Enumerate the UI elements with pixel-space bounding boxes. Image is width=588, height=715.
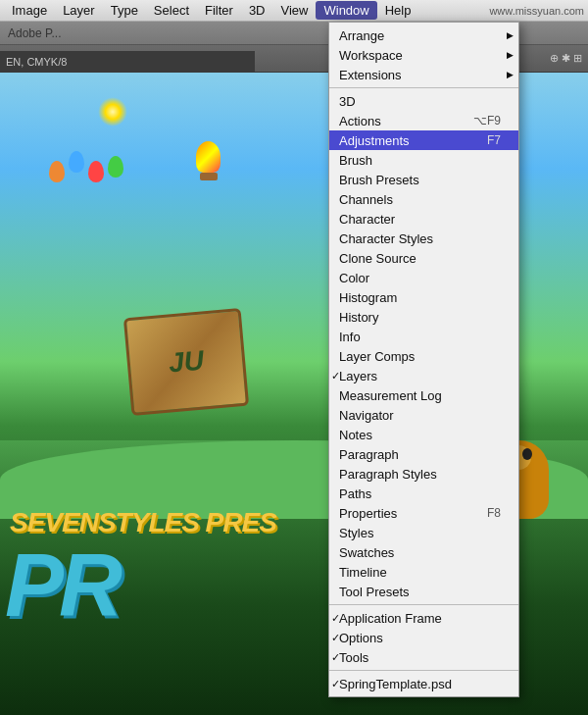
menu-item-3d[interactable]: 3D (329, 91, 518, 111)
menu-item-clone-source[interactable]: Clone Source (329, 248, 518, 268)
menu-item-tool-presets[interactable]: Tool Presets (329, 582, 518, 601)
menu-item-channels-label: Channels (339, 192, 393, 207)
menu-item-timeline[interactable]: Timeline (329, 562, 518, 582)
menu-item-paths-label: Paths (339, 486, 371, 501)
menu-item-tools-label: Tools (339, 650, 368, 665)
menu-item-clone-source-label: Clone Source (339, 251, 416, 266)
menu-item-paragraph[interactable]: Paragraph (329, 444, 518, 464)
menu-item-character-label: Character (339, 212, 395, 227)
balloon-green (108, 156, 123, 178)
menu-item-window[interactable]: Window (316, 1, 376, 20)
menu-item-layers[interactable]: ✓ Layers (329, 366, 518, 385)
actions-shortcut: ⌥F9 (473, 114, 501, 128)
menu-item-character[interactable]: Character (329, 209, 518, 229)
balloon-red (88, 161, 104, 182)
menu-item-paragraph-styles-label: Paragraph Styles (339, 467, 437, 482)
menu-item-histogram[interactable]: Histogram (329, 287, 518, 307)
menu-item-properties[interactable]: Properties F8 (329, 503, 518, 523)
menu-item-paths[interactable]: Paths (329, 484, 518, 503)
menu-item-brush[interactable]: Brush (329, 150, 518, 170)
menu-item-adjustments[interactable]: Adjustments F7 (329, 130, 518, 150)
menu-item-view[interactable]: View (273, 1, 317, 20)
menu-item-styles[interactable]: Styles (329, 523, 518, 542)
menu-item-layer-comps[interactable]: Layer Comps (329, 346, 518, 366)
menu-item-character-styles-label: Character Styles (339, 231, 433, 246)
menu-item-swatches-label: Swatches (339, 545, 394, 560)
menu-item-layers-label: Layers (339, 369, 377, 383)
menu-item-workspace[interactable]: Workspace (329, 45, 518, 65)
menu-item-info[interactable]: Info (329, 327, 518, 346)
options-checkmark: ✓ (331, 632, 340, 644)
spring-template-checkmark: ✓ (331, 678, 340, 690)
tools-checkmark: ✓ (331, 651, 340, 664)
hot-air-balloon (196, 141, 220, 180)
properties-shortcut: F8 (487, 506, 501, 520)
menu-item-navigator-label: Navigator (339, 408, 394, 423)
menu-item-channels[interactable]: Channels (329, 189, 518, 209)
menu-item-histogram-label: Histogram (339, 290, 397, 305)
menu-item-notes[interactable]: Notes (329, 425, 518, 444)
menu-item-actions[interactable]: Actions ⌥F9 (329, 111, 518, 130)
menu-item-options-label: Options (339, 631, 383, 645)
adjustments-shortcut: F7 (487, 133, 501, 147)
firework (98, 97, 127, 127)
menu-item-application-frame-label: Application Frame (339, 611, 442, 626)
divider-3 (329, 670, 518, 671)
status-bar: EN, CMYK/8 (0, 51, 255, 73)
menu-item-brush-presets-label: Brush Presets (339, 173, 419, 187)
menu-item-timeline-label: Timeline (339, 565, 387, 580)
menu-item-history[interactable]: History (329, 307, 518, 327)
toolbar-right-icons: ⊕ ✱ ⊞ (550, 52, 582, 65)
window-dropdown-menu: Arrange Workspace Extensions 3D Actions … (328, 22, 519, 697)
app-title: Adobe P... (8, 26, 62, 40)
menu-item-color-label: Color (339, 271, 369, 285)
menu-item-image[interactable]: Image (4, 1, 55, 20)
menu-item-application-frame[interactable]: ✓ Application Frame (329, 608, 518, 628)
menu-item-properties-label: Properties (339, 506, 397, 521)
pr-text: PR (5, 536, 118, 637)
menu-item-styles-label: Styles (339, 526, 373, 540)
wooden-sign: JU (123, 308, 249, 416)
menu-item-history-label: History (339, 310, 378, 325)
menu-item-measurement-log-label: Measurement Log (339, 388, 442, 403)
menu-item-tool-presets-label: Tool Presets (339, 585, 410, 599)
balloon-blue (69, 151, 84, 173)
menu-item-swatches[interactable]: Swatches (329, 542, 518, 562)
menu-item-layer-comps-label: Layer Comps (339, 349, 415, 364)
menu-item-extensions-label: Extensions (339, 68, 402, 82)
layers-checkmark: ✓ (331, 370, 340, 383)
menu-item-tools[interactable]: ✓ Tools (329, 647, 518, 667)
menu-item-spring-template[interactable]: ✓ SpringTemplate.psd (329, 674, 518, 693)
menu-item-paragraph-styles[interactable]: Paragraph Styles (329, 464, 518, 484)
menu-item-arrange-label: Arrange (339, 28, 384, 43)
menu-item-filter[interactable]: Filter (197, 1, 241, 20)
menu-item-spring-template-label: SpringTemplate.psd (339, 677, 452, 691)
divider-1 (329, 87, 518, 88)
menu-item-arrange[interactable]: Arrange (329, 26, 518, 45)
menu-item-brush-presets[interactable]: Brush Presets (329, 170, 518, 189)
menu-item-3d[interactable]: 3D (241, 1, 273, 20)
menu-item-select[interactable]: Select (146, 1, 197, 20)
balloon-orange (49, 161, 65, 182)
menu-item-type[interactable]: Type (103, 1, 146, 20)
menu-item-options[interactable]: ✓ Options (329, 628, 518, 647)
menu-item-navigator[interactable]: Navigator (329, 405, 518, 425)
menu-item-paragraph-label: Paragraph (339, 447, 399, 462)
menu-item-help[interactable]: Help (377, 1, 419, 20)
menu-item-layer[interactable]: Layer (55, 1, 103, 20)
menu-item-actions-label: Actions (339, 114, 381, 128)
menu-item-3d-label: 3D (339, 94, 356, 109)
menu-item-measurement-log[interactable]: Measurement Log (329, 385, 518, 405)
menu-bar: Image Layer Type Select Filter 3D View W… (0, 0, 588, 22)
sevenstyles-text: SEVENSTYLES PRES (10, 507, 276, 538)
app-frame-checkmark: ✓ (331, 612, 340, 625)
menu-item-extensions[interactable]: Extensions (329, 65, 518, 84)
menu-item-character-styles[interactable]: Character Styles (329, 229, 518, 248)
menu-item-notes-label: Notes (339, 428, 372, 442)
menu-item-info-label: Info (339, 330, 361, 344)
menu-item-brush-label: Brush (339, 153, 372, 168)
menu-item-color[interactable]: Color (329, 268, 518, 287)
menu-item-workspace-label: Workspace (339, 48, 403, 63)
menu-item-adjustments-label: Adjustments (339, 133, 410, 148)
divider-2 (329, 604, 518, 605)
